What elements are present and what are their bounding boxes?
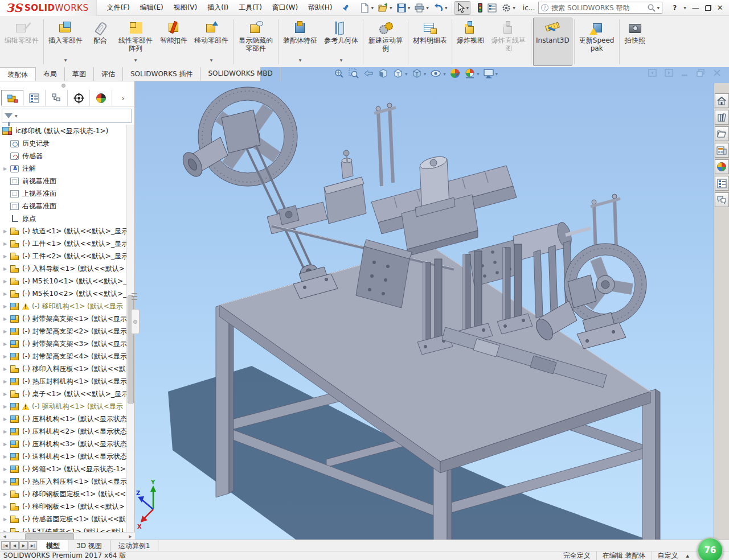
open-document-button[interactable]: ▼	[376, 1, 394, 15]
menu-tools[interactable]: 工具(T)	[234, 0, 267, 15]
search-caret-icon[interactable]: ▼	[657, 6, 660, 10]
ribbon-button-bolt[interactable]: 智能扣件	[157, 18, 190, 66]
tree-item-0[interactable]: 历史记录	[0, 137, 126, 150]
view-orientation-caret-icon[interactable]: ▼	[405, 72, 408, 76]
tree-item-27[interactable]: ▶(-) 热压入料压料<1> (默认<显示	[0, 475, 126, 488]
new-document-caret-icon[interactable]: ▼	[371, 6, 374, 10]
expand-arrow-icon[interactable]: ▶	[3, 504, 10, 509]
settings-gear-button[interactable]: ▼	[499, 1, 517, 15]
expand-arrow-icon[interactable]: ▶	[3, 229, 10, 234]
ribbon-button-folder[interactable]: 插入零部件▼	[46, 18, 85, 66]
menu-help[interactable]: 帮助(H)	[303, 0, 337, 15]
dropdown-caret-icon[interactable]: ▼	[340, 56, 343, 65]
settings-gear-caret-icon[interactable]: ▼	[513, 6, 515, 10]
hscroll-right-arrow[interactable]: ▶	[126, 534, 135, 539]
tab-last-button[interactable]: ▶|	[28, 541, 37, 550]
expand-arrow-icon[interactable]: ▶	[3, 417, 10, 422]
view-palette-button[interactable]	[715, 143, 729, 158]
filter-funnel-icon[interactable]	[5, 113, 13, 118]
search-input[interactable]	[551, 4, 646, 12]
expand-arrow-icon[interactable]: ▶	[3, 254, 10, 259]
hide-show-items-button[interactable]: ▼	[429, 68, 446, 79]
expand-arrow-icon[interactable]: ▶	[3, 442, 10, 447]
tree-item-6[interactable]: 原点	[0, 212, 126, 225]
ribbon-button-clip[interactable]: 配合	[87, 18, 114, 66]
tree-item-25[interactable]: ▶(-) 送料机构<1> (默认<显示状态	[0, 450, 126, 463]
menu-insert[interactable]: 插入(I)	[202, 0, 234, 15]
previous-view-button[interactable]	[363, 68, 374, 79]
help-caret-icon[interactable]: ▼	[683, 6, 686, 10]
menu-view[interactable]: 视图(V)	[169, 0, 203, 15]
tab-SOLIDWORKS MBD[interactable]: SOLIDWORKS MBD	[200, 67, 280, 81]
tree-item-19[interactable]: ▶(-) 热压封料机构<1> (默认<显示	[0, 375, 126, 388]
document-name[interactable]: ic...	[523, 4, 535, 12]
tree-item-17[interactable]: ▶(-) 封带架高支架<4> (默认<显示	[0, 350, 126, 363]
expand-arrow-icon[interactable]: ▶	[3, 291, 10, 297]
tree-item-20[interactable]: ▶(-) 桌子<1> (默认<<默认>_显示	[0, 388, 126, 400]
dropdown-caret-icon[interactable]: ▼	[134, 56, 137, 65]
tab-next-button[interactable]: ▶	[19, 541, 28, 550]
ribbon-button-editcomp[interactable]: 编辑零部件	[2, 18, 42, 66]
print-button[interactable]: ▼	[412, 1, 431, 15]
expand-arrow-icon[interactable]: ▶	[3, 266, 10, 271]
hide-show-items-caret-icon[interactable]: ▼	[443, 72, 446, 76]
expand-arrow-icon[interactable]: ▶	[3, 329, 10, 334]
collapse-right-pane-button[interactable]	[665, 69, 673, 77]
expand-arrow-icon[interactable]: ▶	[3, 304, 10, 309]
expand-arrow-icon[interactable]: ▶	[3, 517, 10, 522]
options-list-button[interactable]	[485, 1, 499, 15]
ribbon-button-eyecube[interactable]: 显示隐藏的零部件	[235, 18, 276, 66]
tree-item-2[interactable]: ▶注解	[0, 162, 126, 175]
tree-item-16[interactable]: ▶(-) 封带架高支架<3> (默认<显示	[0, 337, 126, 350]
notification-badge[interactable]: 76	[697, 537, 723, 560]
expand-arrow-icon[interactable]: ▶	[3, 454, 10, 459]
expand-arrow-icon[interactable]: ▶	[3, 367, 10, 372]
appearances-scenes-button[interactable]	[715, 159, 729, 174]
tree-item-21[interactable]: ▶(-) 驱动机构<1> (默认<显示	[0, 400, 126, 413]
display-style-button[interactable]: ▼	[411, 68, 427, 79]
solidworks-forum-button[interactable]	[715, 192, 729, 207]
undo-caret-icon[interactable]: ▼	[445, 6, 448, 10]
tree-item-13[interactable]: ▶(-) 移印机构<1> (默认<显示	[0, 300, 126, 312]
expand-arrow-icon[interactable]: ▶	[3, 354, 10, 359]
ribbon-button-move[interactable]: 移动零部件▼	[191, 18, 231, 66]
edit-appearance-button[interactable]	[449, 68, 461, 79]
tree-item-4[interactable]: 上视基准面	[0, 187, 126, 200]
tab-prev-button[interactable]: ◀	[10, 541, 19, 550]
menu-file[interactable]: 文件(F)	[101, 0, 134, 15]
undo-button[interactable]: ▼	[431, 1, 449, 15]
display-style-caret-icon[interactable]: ▼	[424, 72, 427, 76]
collapse-left-pane-button[interactable]	[648, 69, 657, 77]
expand-arrow-icon[interactable]: ▶	[3, 166, 10, 171]
ribbon-button-explode[interactable]: 爆炸视图	[454, 18, 487, 66]
dropdown-caret-icon[interactable]: ▼	[299, 56, 302, 65]
bottom-tab-motion-study[interactable]: 运动算例1	[110, 540, 159, 551]
tree-item-12[interactable]: ▶(-) M5长10<2> (默认<<默认>_	[0, 287, 126, 300]
zoom-to-area-button[interactable]	[348, 68, 359, 79]
tab-评估[interactable]: 评估	[94, 67, 123, 81]
print-caret-icon[interactable]: ▼	[426, 6, 429, 10]
units-selector[interactable]: 自定义	[658, 551, 678, 560]
dimxpertmanager-tab[interactable]	[68, 90, 90, 106]
displaymanager-tab[interactable]	[90, 90, 112, 106]
ribbon-button-speedpak[interactable]: 更新Speedpak	[576, 18, 617, 66]
expand-arrow-icon[interactable]: ▶	[3, 241, 10, 246]
select-cursor-button[interactable]: ▼	[454, 1, 471, 15]
menu-edit[interactable]: 编辑(E)	[135, 0, 169, 15]
tree-item-31[interactable]: ▶(-) E3T传感器<1> (默认<<默认	[0, 525, 126, 532]
tree-root-item[interactable]: ic移印机 (默认<显示状态-1>)	[0, 125, 126, 137]
help-button[interactable]: ?	[673, 4, 677, 12]
apply-scene-caret-icon[interactable]: ▼	[477, 72, 480, 76]
view-settings-button[interactable]: ▼	[483, 68, 498, 79]
ribbon-button-ruler[interactable]: Instant3D	[533, 18, 572, 66]
tree-item-23[interactable]: ▶(-) 压料机构<2> (默认<显示状态	[0, 425, 126, 438]
ribbon-button-explode[interactable]: 爆炸直线草图	[488, 18, 529, 66]
zoom-to-fit-button[interactable]	[333, 68, 345, 79]
tab-布局[interactable]: 布局	[36, 67, 65, 81]
assembly-3d-model[interactable]: Y Z X	[135, 81, 714, 541]
view-orientation-button[interactable]: ▼	[392, 68, 408, 79]
ribbon-button-feat[interactable]: 装配体特征▼	[280, 18, 320, 66]
tree-item-14[interactable]: ▶(-) 封带架高支架<1> (默认<显示	[0, 312, 126, 325]
custom-properties-button[interactable]	[715, 176, 729, 191]
tree-item-18[interactable]: ▶(-) 移印入料压板<1> (默认<<默	[0, 363, 126, 375]
